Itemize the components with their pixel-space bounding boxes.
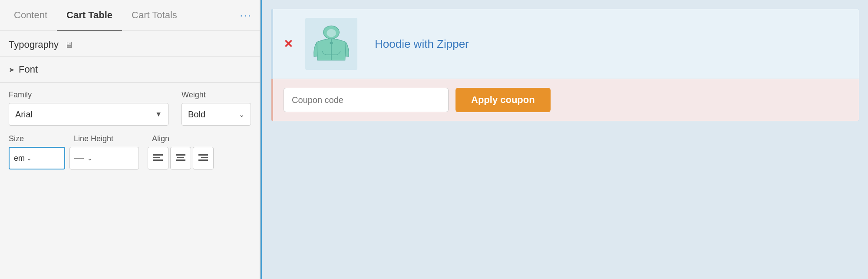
svg-rect-7	[201, 157, 208, 158]
coupon-row: Apply coupon	[271, 79, 859, 121]
align-left-icon	[153, 154, 163, 162]
align-label: Align	[152, 134, 169, 143]
hoodie-illustration	[310, 22, 353, 66]
product-name[interactable]: Hoodie with Zipper	[375, 37, 469, 51]
size-label: Size	[9, 134, 65, 143]
coupon-code-input[interactable]	[284, 88, 449, 112]
family-group: Family Arial ▼	[9, 90, 168, 126]
svg-rect-6	[198, 154, 208, 156]
size-labels: Size Line Height Align	[9, 134, 251, 143]
size-controls: em ⌄ — ⌄	[9, 147, 251, 169]
lineheight-label: Line Height	[74, 134, 143, 143]
align-center-icon	[176, 154, 185, 162]
size-unit: em	[14, 154, 25, 163]
svg-rect-2	[153, 159, 163, 161]
tab-content[interactable]: Content	[4, 0, 57, 32]
align-buttons	[148, 147, 214, 169]
align-center-button[interactable]	[170, 147, 191, 169]
svg-rect-8	[198, 159, 208, 161]
tab-cart-totals[interactable]: Cart Totals	[122, 0, 187, 32]
lineheight-input[interactable]: — ⌄	[69, 147, 139, 169]
svg-rect-1	[153, 157, 160, 158]
font-settings: Family Arial ▼ Weight Bold ⌄ Size Line H…	[0, 83, 260, 177]
right-panel: ✕	[262, 0, 868, 279]
family-dropdown-arrow: ▼	[155, 110, 162, 118]
typography-section: Typography 🖥	[0, 31, 260, 57]
apply-coupon-button[interactable]: Apply coupon	[455, 88, 551, 112]
align-left-button[interactable]	[148, 147, 168, 169]
tab-cart-table[interactable]: Cart Table	[57, 0, 122, 32]
weight-value: Bold	[188, 110, 205, 120]
weight-label: Weight	[182, 90, 251, 100]
size-unit-arrow: ⌄	[26, 155, 32, 162]
tabs-more-button[interactable]: ···	[236, 9, 255, 22]
size-row: Size Line Height Align em ⌄ — ⌄	[9, 134, 251, 169]
chevron-down-icon: ➤	[9, 66, 14, 74]
svg-rect-12	[330, 42, 333, 44]
svg-rect-0	[153, 154, 163, 156]
font-collapsible[interactable]: ➤ Font	[0, 57, 260, 83]
typography-label: Typography	[9, 39, 59, 50]
weight-group: Weight Bold ⌄	[182, 90, 251, 126]
monitor-icon[interactable]: 🖥	[65, 40, 73, 50]
weight-select[interactable]: Bold ⌄	[182, 103, 251, 126]
lineheight-arrow: ⌄	[87, 155, 92, 162]
svg-rect-3	[176, 154, 185, 156]
product-row: ✕	[271, 9, 859, 79]
weight-dropdown-arrow: ⌄	[239, 110, 244, 119]
align-right-icon	[198, 154, 208, 162]
family-label: Family	[9, 90, 168, 100]
product-image	[305, 18, 357, 70]
lineheight-value: —	[74, 153, 84, 164]
svg-rect-5	[176, 159, 185, 161]
remove-product-button[interactable]: ✕	[284, 37, 293, 51]
family-select[interactable]: Arial ▼	[9, 103, 168, 126]
left-panel: Content Cart Table Cart Totals ··· Typog…	[0, 0, 261, 279]
cart-area: ✕	[271, 9, 859, 121]
svg-point-10	[327, 29, 336, 37]
family-weight-labels: Family Arial ▼ Weight Bold ⌄	[9, 90, 251, 126]
size-input[interactable]: em ⌄	[9, 147, 65, 169]
family-value: Arial	[15, 110, 33, 120]
font-section-label: Font	[19, 64, 38, 75]
tabs-bar: Content Cart Table Cart Totals ···	[0, 0, 260, 31]
svg-rect-4	[177, 157, 184, 158]
align-right-button[interactable]	[193, 147, 214, 169]
